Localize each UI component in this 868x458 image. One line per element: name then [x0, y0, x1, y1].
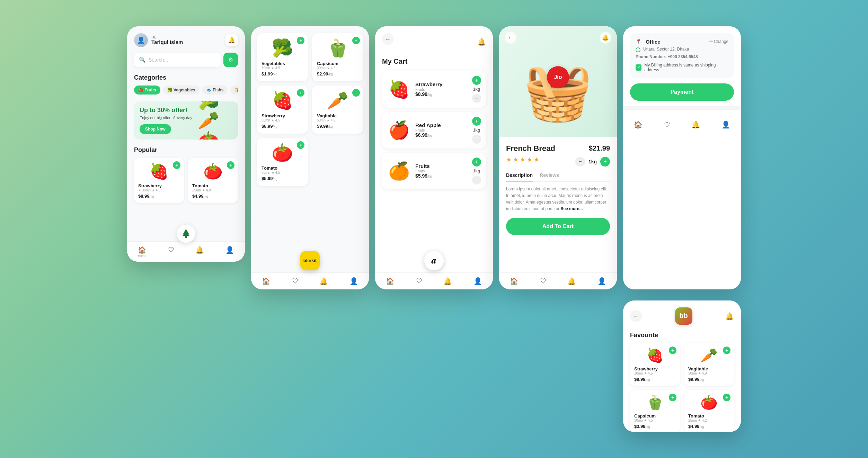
popular-grid: + 🍓 Strawberry ★ 30mn ★ 4.5 $8.99/kg + 🍅…: [134, 158, 238, 203]
fruits-add-btn[interactable]: +: [472, 158, 481, 167]
nav-profile2[interactable]: 👤: [349, 277, 358, 285]
nav-profile-cart[interactable]: 👤: [473, 277, 482, 285]
fav-card-vagitable: + 🥕 Vagitable 50mn ★ 4.9 $9.99/kg: [684, 343, 734, 386]
apple-add-btn[interactable]: +: [472, 117, 481, 126]
categories-title: Categories: [134, 74, 238, 81]
tab-reviews[interactable]: Reviews: [540, 172, 559, 181]
detail-nav-heart[interactable]: ♡: [540, 277, 546, 285]
strawberry-meta: ★ 30mn ★ 4.5: [138, 188, 180, 192]
apple-qty: 1kg: [473, 128, 480, 133]
add-tomato2-button[interactable]: +: [297, 141, 304, 149]
tab-description[interactable]: Description: [506, 172, 533, 181]
strawberry2-meta: 30mn ★ 4.5: [262, 118, 303, 122]
fav-card-tomato: + 🍅 Tomato 25mn ★ 4.2 $4.99/kg: [684, 390, 734, 432]
strawberry-minus-btn[interactable]: −: [472, 94, 481, 103]
bigbasket-logo: bb: [675, 307, 692, 325]
change-address-link[interactable]: ✏ Change: [709, 39, 728, 44]
profile-icon2: 👤: [349, 277, 358, 285]
promo-offer-text: Up to 30% offer!: [140, 107, 198, 114]
nav-bell2[interactable]: 🔔: [319, 277, 328, 285]
detail-nav-home[interactable]: 🏠: [510, 277, 519, 285]
add-strawberry-button[interactable]: +: [173, 161, 180, 169]
nav-home2[interactable]: 🏠: [262, 277, 271, 285]
filter-button[interactable]: ⚙: [223, 53, 238, 67]
nav-profile[interactable]: 👤: [225, 246, 234, 258]
checkout-nav-heart[interactable]: ♡: [664, 120, 670, 129]
fav-card-strawberry: + 🍓 Strawberry 30mn ★ 4.5 $8.99/kg: [630, 343, 680, 386]
chip-fishs[interactable]: 🐟 Fishs: [202, 86, 228, 95]
add-fav-strawberry-btn[interactable]: +: [669, 347, 676, 354]
payment-button[interactable]: Payment: [630, 83, 734, 101]
apple-minus-btn[interactable]: −: [472, 135, 481, 144]
tomato-price: $4.99/kg: [192, 194, 234, 199]
shop-now-button[interactable]: Shop Now: [140, 124, 171, 134]
add-to-cart-button[interactable]: Add To Cart: [506, 218, 610, 235]
fav-capsicum-price: $3.99/kg: [634, 424, 676, 429]
amazon-logo[interactable]: 𝒂: [424, 251, 444, 270]
cart-fruits-controls: + 1kg −: [472, 158, 481, 185]
checkout-nav-bell[interactable]: 🔔: [691, 120, 700, 129]
profile-icon: 👤: [225, 246, 234, 254]
fav-bell[interactable]: 🔔: [725, 312, 734, 320]
nav-favorites[interactable]: ♡: [168, 246, 174, 258]
nav-heart-cart[interactable]: ♡: [416, 277, 422, 285]
see-more-link[interactable]: See more...: [560, 206, 583, 211]
detail-bell-button[interactable]: 🔔: [600, 32, 611, 44]
nav-home-cart[interactable]: 🏠: [386, 277, 395, 285]
strawberry-name: Strawberry: [138, 183, 180, 188]
chip-vegetables[interactable]: 🥦 Vegetables: [163, 86, 200, 95]
nav-bell-cart[interactable]: 🔔: [443, 277, 452, 285]
product-stars: ★ ★ ★ ★ ★: [506, 156, 539, 163]
add-tomato-button[interactable]: +: [227, 161, 234, 169]
checkout-nav-home[interactable]: 🏠: [634, 120, 643, 129]
add-fav-tomato-btn[interactable]: +: [723, 394, 730, 401]
nav-home[interactable]: 🏠 Home: [138, 246, 147, 258]
add-vagitable-button[interactable]: +: [352, 89, 360, 97]
fav-strawberry-meta: 30mn ★ 4.5: [634, 371, 676, 375]
promo-desc-text: Enjoy our big offer of every day: [140, 115, 198, 120]
detail-back-button[interactable]: ←: [505, 32, 516, 44]
detail-nav-profile[interactable]: 👤: [597, 277, 606, 285]
chip-bread[interactable]: 🍞 Bread: [230, 86, 238, 95]
checkout-bottom-nav: 🏠 ♡ 🔔 👤: [623, 116, 741, 133]
notification-icon[interactable]: 🔔: [225, 34, 238, 46]
search-input[interactable]: 🔍 Search...: [134, 53, 221, 67]
radio-button: [636, 47, 640, 52]
cart-fruits-info: Fruits Fruits $5.99/kg: [415, 163, 468, 179]
chip-fruits[interactable]: 🍎 Fruits: [134, 86, 160, 95]
star2: ★: [513, 156, 519, 163]
qty-increase-button[interactable]: +: [600, 157, 610, 167]
detail-nav-bell[interactable]: 🔔: [567, 277, 576, 285]
qty-decrease-button[interactable]: −: [575, 157, 585, 167]
app-logo[interactable]: [177, 225, 195, 243]
add-fav-vagitable-btn[interactable]: +: [723, 347, 730, 354]
add-capsicum-button[interactable]: +: [352, 37, 360, 44]
tomato2-name: Tomato: [262, 165, 303, 171]
nav-favorites2[interactable]: ♡: [292, 277, 298, 285]
add-strawberry2-button[interactable]: +: [297, 89, 304, 97]
add-fav-capsicum-btn[interactable]: +: [669, 394, 676, 401]
fruits-minus-btn[interactable]: −: [472, 176, 481, 185]
fruits-qty: 1kg: [473, 169, 480, 173]
qty-value: 1kg: [588, 159, 597, 164]
heart-icon2: ♡: [292, 277, 298, 285]
blinkit-logo[interactable]: blinkit: [300, 251, 320, 270]
billing-checkbox[interactable]: ✓: [636, 64, 641, 71]
nav-bell[interactable]: 🔔: [195, 246, 204, 258]
promo-banner: Up to 30% offer! Enjoy our big offer of …: [134, 101, 238, 140]
checkout-nav-profile[interactable]: 👤: [721, 120, 730, 129]
pencil-icon: ✏: [709, 39, 713, 44]
products-list-screen: + 🥦 Vegetables 10mn ★ 4.9 $1.99/kg + 🫑 C…: [251, 26, 369, 289]
cart-notification-icon[interactable]: 🔔: [477, 38, 486, 46]
strawberry-add-btn[interactable]: +: [472, 76, 481, 85]
phone-value: +990 2354 6548: [668, 54, 698, 59]
cart-back-button[interactable]: ←: [382, 33, 394, 45]
add-vegetables-button[interactable]: +: [297, 37, 304, 44]
strawberry2-name: Strawberry: [262, 113, 303, 118]
star1: ★: [506, 156, 512, 163]
cart-strawberry-name: Strawberry: [415, 81, 468, 87]
cart-strawberry-price: $8.99/kg: [415, 91, 468, 97]
fav-back-button[interactable]: ←: [630, 310, 642, 322]
home-icon-checkout: 🏠: [634, 120, 643, 129]
detail-bottom-nav: 🏠 ♡ 🔔 👤: [499, 272, 617, 289]
